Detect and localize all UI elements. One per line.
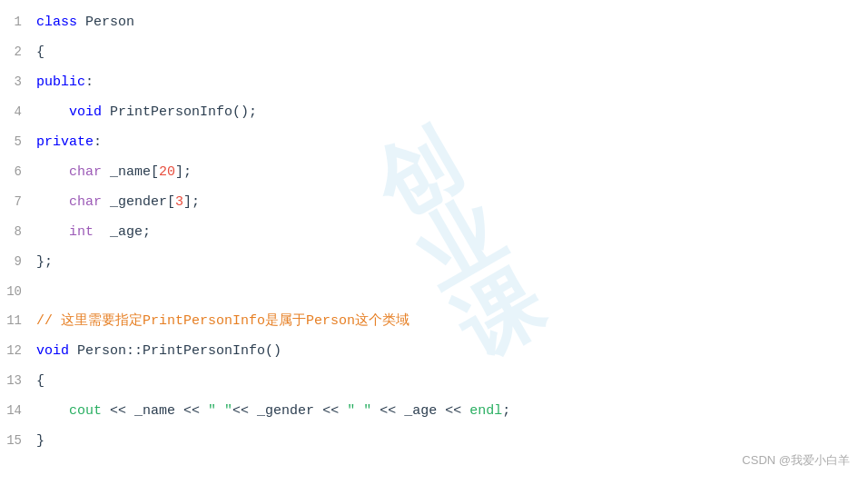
line-number: 1 [0,7,36,36]
code-container: 创业课 1class Person2{3public:4 void PrintP… [0,0,868,485]
csdn-label: CSDN @我爱小白羊 [742,451,850,470]
code-token: private [36,134,94,150]
code-token: (); [232,104,257,120]
code-line: 11// 这里需要指定PrintPersonInfo是属于Person这个类域 [0,306,868,336]
code-line: 5private: [0,127,868,157]
code-token: << [175,403,208,419]
code-line: 14 cout << _name << " "<< _gender << " "… [0,396,868,426]
code-line: 3public: [0,67,868,97]
code-token: _name [134,403,175,419]
line-content: void PrintPersonInfo(); [36,98,868,127]
line-number: 12 [0,336,36,365]
line-content: }; [36,248,868,277]
line-number: 7 [0,187,36,216]
code-token: << [314,403,347,419]
code-line: 13{ [0,366,868,396]
code-token: 这里需要指定PrintPersonInfo是属于Person这个类域 [61,313,409,329]
code-token: void [36,104,110,120]
line-number: 4 [0,97,36,126]
code-token: { [36,45,44,60]
code-token: ]; [183,194,200,210]
line-number: 10 [0,277,36,306]
code-token: } [36,433,44,449]
line-number: 13 [0,366,36,395]
code-token: Person [77,343,126,359]
code-token: class [36,15,85,30]
code-line: 9}; [0,247,868,277]
code-token: 20 [159,164,175,180]
code-token: _gender [110,194,167,210]
code-token: endl [469,403,502,419]
code-token: char [36,194,110,210]
code-line: 6 char _name[20]; [0,157,868,187]
code-line: 2{ [0,37,868,67]
line-number: 8 [0,217,36,246]
code-token: public [36,74,85,90]
line-content: private: [36,128,868,157]
code-token: << [232,403,257,419]
code-token: ; [143,224,151,240]
code-lines: 1class Person2{3public:4 void PrintPerso… [0,7,868,456]
code-token: << [102,403,134,419]
code-line: 12void Person::PrintPersonInfo() [0,336,868,366]
code-line: 1class Person [0,7,868,37]
line-content: int _age; [36,218,868,247]
line-content: public: [36,68,868,97]
line-content: { [36,367,868,396]
code-token: int [36,224,110,240]
line-content: // 这里需要指定PrintPersonInfo是属于Person这个类域 [36,307,868,336]
line-number: 2 [0,37,36,66]
code-token: // [36,313,61,329]
line-number: 11 [0,306,36,335]
code-line: 7 char _gender[3]; [0,187,868,217]
line-content: char _name[20]; [36,158,868,187]
code-token: _name [110,164,151,180]
code-token: [ [151,164,159,180]
code-token: [ [167,194,175,210]
code-token: 3 [175,194,183,210]
code-token: << [371,403,404,419]
code-token: " " [208,403,232,419]
code-token: void [36,343,77,359]
code-token: Person [85,15,134,30]
code-token: PrintPersonInfo [110,104,232,120]
code-token: : [85,74,94,90]
line-content: class Person [36,8,868,37]
line-number: 5 [0,127,36,156]
code-token: :: [126,343,143,359]
line-number: 9 [0,247,36,276]
code-token: }; [36,254,53,270]
line-content: void Person::PrintPersonInfo() [36,337,868,366]
code-token: _age [110,224,143,240]
line-number: 15 [0,426,36,455]
line-number: 3 [0,67,36,96]
code-line: 15} [0,426,868,456]
code-line: 10 [0,277,868,306]
line-content: char _gender[3]; [36,188,868,217]
line-number: 14 [0,396,36,425]
code-token: PrintPersonInfo [143,343,265,359]
code-line: 4 void PrintPersonInfo(); [0,97,868,127]
code-token [36,403,69,419]
code-token: " " [347,403,371,419]
code-token: << [437,403,469,419]
code-token: : [94,134,102,150]
line-number: 6 [0,157,36,186]
code-line: 8 int _age; [0,217,868,247]
code-token: ; [502,403,510,419]
code-token: _gender [257,403,314,419]
code-token: _age [404,403,437,419]
code-token: cout [69,403,102,419]
code-token: { [36,373,44,389]
code-token: () [265,343,281,359]
code-token: char [36,164,110,180]
line-content: { [36,38,868,67]
line-content: cout << _name << " "<< _gender << " " <<… [36,397,868,426]
code-token: ]; [175,164,192,180]
